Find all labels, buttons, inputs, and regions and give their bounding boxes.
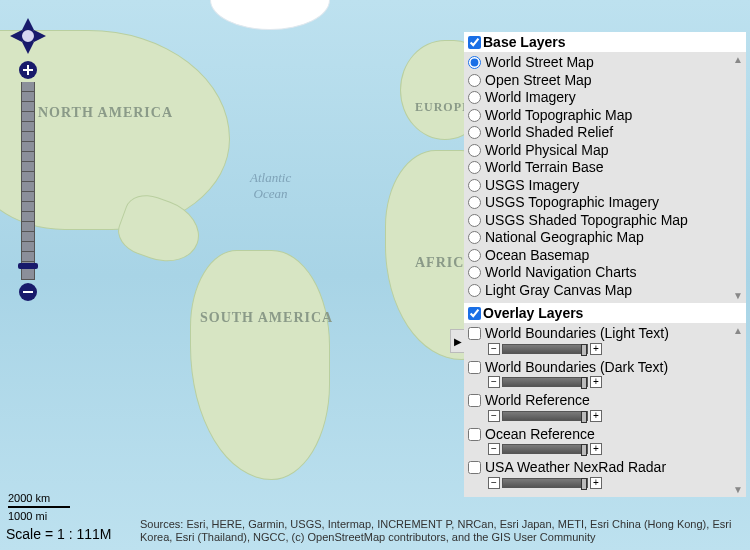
- base-layers-list: ▲ ▼ World Street MapOpen Street MapWorld…: [464, 52, 746, 303]
- opacity-slider-thumb[interactable]: [581, 444, 587, 456]
- overlay-layer-checkbox[interactable]: [468, 394, 481, 407]
- base-layer-option[interactable]: World Topographic Map: [468, 107, 742, 125]
- base-layer-option[interactable]: World Street Map: [468, 54, 742, 72]
- overlay-layer-checkbox[interactable]: [468, 361, 481, 374]
- opacity-increase-button[interactable]: +: [590, 376, 602, 388]
- opacity-decrease-button[interactable]: −: [488, 343, 500, 355]
- opacity-slider-thumb[interactable]: [581, 478, 587, 490]
- overlay-layer-checkbox[interactable]: [468, 428, 481, 441]
- base-layer-label: World Shaded Relief: [485, 124, 613, 142]
- base-layer-label: World Physical Map: [485, 142, 608, 160]
- base-layers-toggle[interactable]: [468, 36, 481, 49]
- base-layer-label: World Navigation Charts: [485, 264, 636, 282]
- base-layer-option[interactable]: National Geographic Map: [468, 229, 742, 247]
- zoom-slider-thumb[interactable]: [18, 263, 38, 269]
- base-layer-option[interactable]: World Shaded Relief: [468, 124, 742, 142]
- opacity-increase-button[interactable]: +: [590, 443, 602, 455]
- panel-collapse-tab[interactable]: ▶: [450, 329, 464, 353]
- scale-km: 2000 km: [8, 492, 50, 504]
- base-layer-label: National Geographic Map: [485, 229, 644, 247]
- base-layer-radio[interactable]: [468, 161, 481, 174]
- base-layer-radio[interactable]: [468, 284, 481, 297]
- base-layer-radio[interactable]: [468, 214, 481, 227]
- layer-panel: Base Layers ▲ ▼ World Street MapOpen Str…: [464, 32, 746, 497]
- zoom-in-button[interactable]: [18, 60, 38, 80]
- overlay-layer-option[interactable]: World Boundaries (Dark Text): [468, 359, 742, 377]
- svg-marker-1: [22, 18, 34, 30]
- overlay-layer-checkbox[interactable]: [468, 327, 481, 340]
- opacity-slider[interactable]: [502, 377, 588, 387]
- opacity-slider-thumb[interactable]: [581, 411, 587, 423]
- scroll-up-icon[interactable]: ▲: [732, 54, 744, 65]
- svg-marker-3: [10, 30, 22, 42]
- overlay-layer-option[interactable]: World Reference: [468, 392, 742, 410]
- overlay-layer-label: World Reference: [485, 392, 590, 410]
- base-layer-radio[interactable]: [468, 144, 481, 157]
- svg-point-0: [21, 29, 35, 43]
- opacity-control: −+: [488, 443, 742, 455]
- base-layer-radio[interactable]: [468, 109, 481, 122]
- opacity-decrease-button[interactable]: −: [488, 376, 500, 388]
- opacity-slider[interactable]: [502, 344, 588, 354]
- opacity-slider[interactable]: [502, 478, 588, 488]
- base-layer-option[interactable]: USGS Topographic Imagery: [468, 194, 742, 212]
- base-layer-option[interactable]: World Navigation Charts: [468, 264, 742, 282]
- base-layer-radio[interactable]: [468, 179, 481, 192]
- opacity-decrease-button[interactable]: −: [488, 443, 500, 455]
- base-layer-radio[interactable]: [468, 74, 481, 87]
- overlay-layer-option[interactable]: Ocean Reference: [468, 426, 742, 444]
- svg-marker-2: [22, 42, 34, 54]
- base-layer-option[interactable]: Open Street Map: [468, 72, 742, 90]
- base-layer-radio[interactable]: [468, 249, 481, 262]
- pan-compass[interactable]: [10, 18, 46, 54]
- chevron-right-icon: ▶: [454, 336, 462, 347]
- opacity-increase-button[interactable]: +: [590, 343, 602, 355]
- ocean-label-2: Ocean: [254, 186, 288, 201]
- base-layer-radio[interactable]: [468, 126, 481, 139]
- svg-marker-4: [34, 30, 46, 42]
- scale-bar: 2000 km 1000 mi: [8, 492, 70, 522]
- base-layer-radio[interactable]: [468, 231, 481, 244]
- overlay-layer-option[interactable]: World Boundaries (Light Text): [468, 325, 742, 343]
- base-layer-option[interactable]: Light Gray Canvas Map: [468, 282, 742, 300]
- opacity-slider-thumb[interactable]: [581, 344, 587, 356]
- zoom-out-button[interactable]: [18, 282, 38, 302]
- base-layer-option[interactable]: Ocean Basemap: [468, 247, 742, 265]
- opacity-control: −+: [488, 376, 742, 388]
- opacity-slider[interactable]: [502, 411, 588, 421]
- base-layer-label: Open Street Map: [485, 72, 592, 90]
- opacity-decrease-button[interactable]: −: [488, 477, 500, 489]
- scale-mi: 1000 mi: [8, 510, 47, 522]
- overlay-layer-option[interactable]: USA Weather NexRad Radar: [468, 459, 742, 477]
- base-layer-option[interactable]: USGS Imagery: [468, 177, 742, 195]
- zoom-slider[interactable]: [21, 82, 35, 280]
- scroll-up-icon[interactable]: ▲: [732, 325, 744, 336]
- map-viewport[interactable]: NORTH AMERICA SOUTH AMERICA EUROPI AFRIC…: [0, 0, 750, 550]
- overlay-layers-toggle[interactable]: [468, 307, 481, 320]
- opacity-increase-button[interactable]: +: [590, 477, 602, 489]
- overlay-layers-list: ▶ ▲ ▼ World Boundaries (Light Text)−+Wor…: [464, 323, 746, 497]
- base-layer-radio[interactable]: [468, 196, 481, 209]
- opacity-control: −+: [488, 343, 742, 355]
- base-layer-label: Ocean Basemap: [485, 247, 589, 265]
- opacity-decrease-button[interactable]: −: [488, 410, 500, 422]
- map-nav: [10, 18, 46, 304]
- base-layer-radio[interactable]: [468, 91, 481, 104]
- base-layers-header[interactable]: Base Layers: [464, 32, 746, 52]
- base-layer-radio[interactable]: [468, 56, 481, 69]
- opacity-slider[interactable]: [502, 444, 588, 454]
- base-layer-option[interactable]: USGS Shaded Topographic Map: [468, 212, 742, 230]
- base-layer-option[interactable]: World Physical Map: [468, 142, 742, 160]
- base-layer-label: World Terrain Base: [485, 159, 604, 177]
- base-layer-option[interactable]: World Imagery: [468, 89, 742, 107]
- overlay-layer-checkbox[interactable]: [468, 461, 481, 474]
- opacity-increase-button[interactable]: +: [590, 410, 602, 422]
- base-layer-option[interactable]: World Terrain Base: [468, 159, 742, 177]
- overlay-layers-header[interactable]: Overlay Layers: [464, 303, 746, 323]
- opacity-slider-thumb[interactable]: [581, 377, 587, 389]
- overlay-layers-label: Overlay Layers: [483, 305, 583, 321]
- overlay-layer-label: USA Weather NexRad Radar: [485, 459, 666, 477]
- scroll-down-icon[interactable]: ▼: [732, 290, 744, 301]
- base-layer-radio[interactable]: [468, 266, 481, 279]
- scroll-down-icon[interactable]: ▼: [732, 484, 744, 495]
